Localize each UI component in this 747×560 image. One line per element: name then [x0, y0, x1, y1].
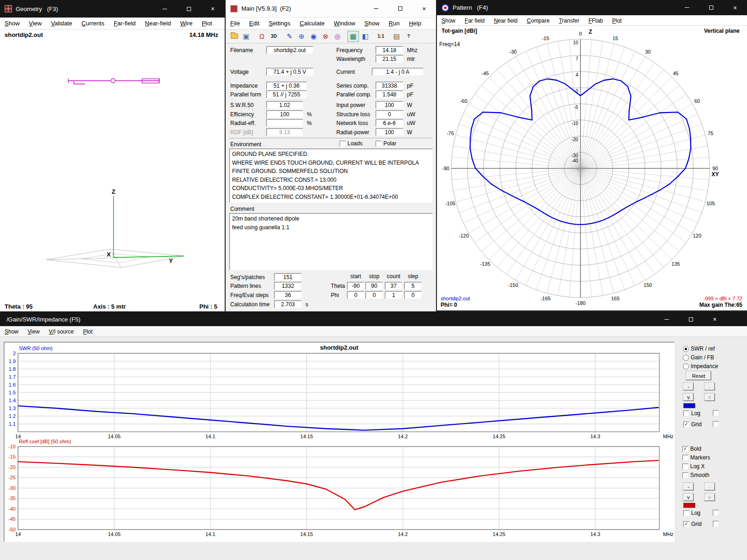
minimize-button[interactable]	[153, 0, 177, 18]
refl-scale-minus-button[interactable]: -	[683, 483, 693, 490]
swr-refl-chart-panel[interactable]: shortdip2.outSWR (50 ohm)21.91.81.71.61.…	[4, 342, 675, 542]
menu-item-show[interactable]: Show	[0, 18, 24, 29]
field-theta-start[interactable]: -90	[347, 282, 365, 290]
field-seg-s-patches[interactable]: 151	[274, 273, 302, 281]
scale-minus-button[interactable]: -	[683, 383, 693, 390]
radiation-pattern-plot[interactable]: 0153045607590105120135150165-180-165-150…	[437, 26, 747, 310]
scale-down-button[interactable]: v	[683, 393, 693, 401]
field-wavelength[interactable]: 21.15	[376, 55, 403, 63]
close-button[interactable]: ×	[412, 0, 436, 17]
upper-log-secondary-checkbox[interactable]	[713, 410, 719, 416]
radio-impedance[interactable]: Impedance	[683, 363, 718, 369]
maximize-button[interactable]	[177, 0, 201, 18]
menu-item-run[interactable]: Run	[384, 18, 404, 29]
field-filename[interactable]: shortdip2.out	[266, 46, 313, 54]
menu-item-transfer[interactable]: Transfer	[554, 15, 584, 25]
field-impedance[interactable]: 51 + j 0.36	[266, 82, 307, 89]
bold-checkbox[interactable]: ✓Bold	[682, 446, 701, 452]
markers-checkbox[interactable]: Markers	[682, 454, 710, 461]
help-icon[interactable]: ?	[403, 31, 414, 42]
field-theta-stop[interactable]: 90	[365, 282, 383, 290]
lower-log-secondary-checkbox[interactable]	[713, 510, 719, 516]
field-s-w-r-50[interactable]: 1.02	[266, 101, 303, 109]
field-pattern-lines[interactable]: 1332	[274, 282, 302, 290]
field-theta-step[interactable]: 5	[404, 282, 422, 290]
lower-grid-secondary-checkbox[interactable]	[713, 521, 719, 527]
field-structure-loss[interactable]: 0	[376, 110, 403, 118]
minimize-button[interactable]	[655, 312, 679, 326]
smooth-checkbox[interactable]: Smooth	[682, 472, 709, 478]
menu-item-show[interactable]: Show	[437, 15, 460, 25]
menu-item-window[interactable]: Window	[329, 18, 360, 29]
field-network-loss[interactable]: 6.e-6	[376, 119, 403, 127]
impedance-meter-icon[interactable]: Ω	[256, 31, 268, 42]
menu-item-currents[interactable]: Currents	[77, 18, 109, 29]
menu-item-help[interactable]: Help	[404, 18, 426, 29]
radio-gain-fb[interactable]: Gain / FB	[683, 354, 714, 361]
upper-grid-secondary-checkbox[interactable]	[713, 421, 719, 427]
swr-color-swatch[interactable]	[683, 403, 695, 408]
log-x-checkbox[interactable]: Log X	[682, 463, 705, 470]
currents-icon[interactable]: ⊗	[320, 31, 331, 42]
minimize-button[interactable]	[364, 0, 388, 17]
field-freq-eval-steps[interactable]: 36	[274, 291, 302, 299]
near-field-icon[interactable]: ◎	[332, 31, 343, 42]
reset-button[interactable]: Reset	[686, 371, 711, 380]
field-voltage[interactable]: 71.4 + j 0.5 V	[266, 68, 313, 76]
menu-item-show[interactable]: Show	[0, 326, 23, 336]
menu-item-wire[interactable]: Wire	[175, 18, 197, 29]
minimize-button[interactable]	[675, 0, 699, 15]
maximize-button[interactable]	[699, 0, 723, 15]
field-phi-stop[interactable]: 0	[365, 291, 383, 299]
maximize-button[interactable]	[388, 0, 412, 17]
polar-checkbox[interactable]: Polar	[376, 140, 396, 147]
field-frequency[interactable]: 14.18	[376, 46, 403, 54]
field-phi-count[interactable]: 1	[385, 291, 402, 299]
geometry-canvas[interactable]: ZXY shortdip2.out 14.18 MHz Theta : 95 A…	[0, 30, 225, 311]
smith-chart-icon[interactable]: ◧	[359, 31, 371, 42]
menu-item-far-field[interactable]: Far field	[460, 15, 489, 25]
menu-item-near-field[interactable]: Near-field	[140, 18, 175, 29]
field-radiat-power[interactable]: 100	[376, 128, 403, 136]
copy-page-icon[interactable]: ▣	[240, 31, 252, 42]
menu-item-near-field[interactable]: Near field	[489, 15, 522, 25]
far-field-icon[interactable]: ⊕	[296, 31, 307, 42]
upper-grid-checkbox[interactable]: ✓Grid	[683, 421, 702, 428]
menu-item-far-field[interactable]: Far-field	[109, 18, 140, 29]
field-calculation-time[interactable]: 2.703	[274, 300, 302, 308]
menu-item-show[interactable]: Show	[360, 18, 384, 29]
docs-book-icon[interactable]: ▤	[391, 31, 402, 42]
loads-checkbox[interactable]: Loads	[340, 140, 363, 147]
geometry-3d-icon[interactable]: 3D	[268, 31, 280, 42]
menu-item-view[interactable]: View	[23, 326, 44, 336]
menu-item-settings[interactable]: Settings	[264, 18, 295, 29]
close-button[interactable]: ×	[201, 0, 225, 18]
scale-1-1-icon[interactable]: 1:1	[375, 31, 387, 42]
refl-color-swatch[interactable]	[683, 503, 695, 508]
refl-scale-down-button[interactable]: v	[683, 494, 693, 501]
upper-log-checkbox[interactable]: Log	[683, 410, 700, 417]
menu-item-fftab[interactable]: FFtab	[584, 15, 607, 25]
menu-item-compare[interactable]: Compare	[522, 15, 554, 25]
field-current[interactable]: 1.4 - j 0 A	[372, 68, 424, 76]
menu-item-file[interactable]: File	[226, 18, 245, 29]
line-chart-icon[interactable]: ▦	[347, 31, 359, 42]
radio-swr-ref[interactable]: SWR / ref	[683, 346, 715, 352]
menu-item-plot[interactable]: Plot	[608, 15, 627, 25]
menu-item-calculate[interactable]: Calculate	[295, 18, 329, 29]
menu-item-edit[interactable]: Edit	[245, 18, 264, 29]
comment-text[interactable]: 20m band shortened dipolefeed using guan…	[229, 213, 433, 270]
pattern-icon[interactable]: ◉	[308, 31, 319, 42]
menu-item-v-i-source[interactable]: V/I source	[44, 326, 78, 336]
close-button[interactable]: ×	[723, 0, 747, 15]
field-phi-start[interactable]: 0	[347, 291, 365, 299]
field-theta-count[interactable]: 37	[385, 282, 402, 290]
field-efficiency[interactable]: 100	[266, 110, 303, 118]
menu-item-plot[interactable]: Plot	[197, 18, 216, 29]
field-parallel-form[interactable]: 51 // j 7255	[266, 90, 307, 98]
menu-item-view[interactable]: View	[24, 18, 47, 29]
field-phi-step[interactable]: 0	[404, 291, 422, 299]
menu-item-plot[interactable]: Plot	[78, 326, 97, 336]
field-input-power[interactable]: 100	[376, 101, 403, 109]
lower-grid-checkbox[interactable]: ✓Grid	[683, 521, 702, 527]
